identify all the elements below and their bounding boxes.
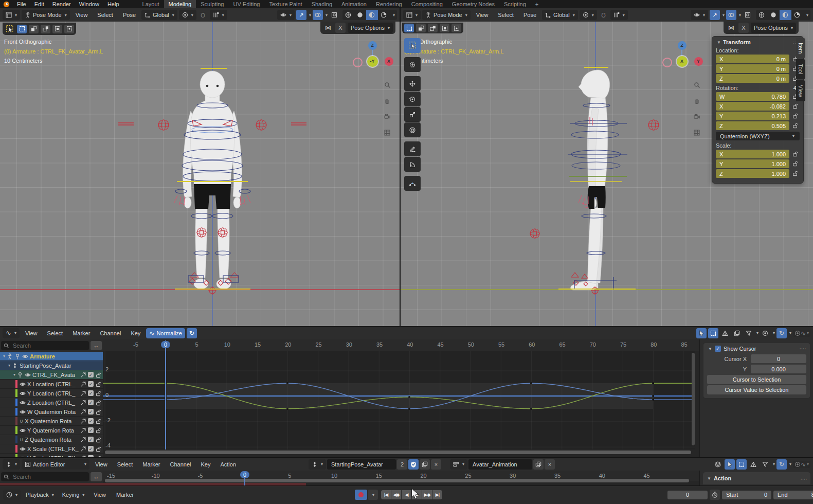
- blender-logo-icon[interactable]: [3, 1, 10, 8]
- channel-row[interactable]: ∪Z Quaternion Rota✓: [0, 435, 103, 444]
- select-mode-extend[interactable]: [416, 24, 426, 32]
- chevron-down-icon[interactable]: ▾: [739, 13, 741, 17]
- enable-checkbox[interactable]: ✓: [88, 381, 94, 387]
- sidebar-tab-tool[interactable]: Tool: [796, 59, 805, 79]
- enable-checkbox[interactable]: ✓: [88, 427, 94, 433]
- playhead-graph[interactable]: [165, 340, 166, 449]
- action-user-count[interactable]: 2: [397, 459, 407, 470]
- modifier-wrench-icon[interactable]: [80, 446, 86, 452]
- workspace-tab-rendering[interactable]: Rendering: [371, 0, 407, 8]
- workspace-tab-shading[interactable]: Shading: [307, 0, 337, 8]
- chevron-down-icon[interactable]: ▾: [756, 331, 758, 335]
- unlink-action-button[interactable]: ×: [431, 459, 441, 470]
- action-panel-header[interactable]: ▼ Action ::::: [703, 472, 810, 484]
- editor-type-select[interactable]: ▾: [403, 10, 421, 20]
- viewport-front-canvas[interactable]: ⋈XPose Options▾Front Orthographic(0) Arm…: [0, 22, 400, 326]
- mirror-x-button[interactable]: X: [738, 23, 749, 33]
- rotation-w-field[interactable]: W0.780: [716, 92, 789, 101]
- track-browse-button[interactable]: ▾: [450, 459, 467, 470]
- workspace-tab-animation[interactable]: Animation: [337, 0, 371, 8]
- normalize-auto-button[interactable]: ↻: [187, 328, 197, 338]
- only-show-errors[interactable]: [748, 459, 758, 470]
- channel-row[interactable]: ▾Armature: [0, 352, 103, 361]
- eye-icon[interactable]: [20, 409, 26, 415]
- graph-vscrollbar[interactable]: [692, 353, 695, 445]
- curve-area[interactable]: 20-2-4: [103, 351, 695, 449]
- modifier-wrench-icon[interactable]: [80, 390, 86, 397]
- topbar-menu-render[interactable]: Render: [48, 1, 75, 7]
- tool-transform-button[interactable]: [404, 122, 421, 137]
- fake-user-toggle[interactable]: [408, 459, 419, 470]
- gizmo-z-ball[interactable]: Z: [678, 41, 686, 50]
- xray-toggle[interactable]: [329, 10, 339, 20]
- dope-menu-select[interactable]: Select: [113, 461, 137, 467]
- modifier-wrench-icon[interactable]: [80, 372, 86, 378]
- editor-type-select[interactable]: ▾: [3, 459, 20, 470]
- select-mode-set[interactable]: [404, 24, 414, 32]
- gizmo-x-ball[interactable]: Y: [694, 57, 703, 66]
- lock-icon[interactable]: [792, 170, 798, 176]
- shading-rendered-button[interactable]: [378, 10, 390, 20]
- mirror-x-button[interactable]: X: [335, 23, 346, 33]
- snap-toggle[interactable]: Ω: [198, 10, 208, 20]
- autokey-options[interactable]: ▾: [368, 490, 378, 500]
- tool-cursor-button[interactable]: [404, 57, 421, 72]
- enable-checkbox[interactable]: ✓: [88, 409, 94, 415]
- gizmo-negx-ball[interactable]: [353, 58, 363, 67]
- channel-row[interactable]: Y Quaternion Rota✓: [0, 426, 103, 435]
- rotation-mode-select[interactable]: Quaternion (WXYZ) ▼: [716, 132, 800, 140]
- panel-collapse-icon[interactable]: ▼: [717, 40, 721, 45]
- action-browse-button[interactable]: ▾: [309, 459, 326, 470]
- auto-snap[interactable]: ↻: [776, 328, 787, 338]
- mode-select[interactable]: Pose Mode▾: [22, 10, 70, 20]
- dope-menu-marker[interactable]: Marker: [138, 461, 164, 467]
- channel-row[interactable]: Z Location (CTRL_✓: [0, 398, 103, 407]
- channel-row[interactable]: Y Location (CTRL_✓: [0, 389, 103, 398]
- object-visibility-select[interactable]: ▾: [691, 10, 708, 20]
- grid-ortho-button[interactable]: [691, 127, 702, 138]
- keying-menu[interactable]: Keying▾: [59, 490, 88, 500]
- chevron-down-icon[interactable]: ▾: [804, 13, 810, 17]
- x-mirror-toggle[interactable]: ⋈: [726, 23, 736, 33]
- pivot-select[interactable]: ▾: [580, 10, 597, 20]
- pose-options-select[interactable]: Pose Options▾: [751, 23, 796, 33]
- topbar-menu-help[interactable]: Help: [103, 1, 123, 7]
- jump-to-start-button[interactable]: |◀: [381, 490, 391, 499]
- xray-toggle[interactable]: [743, 10, 753, 20]
- zoom-button[interactable]: [382, 79, 393, 91]
- viewport-menu-view[interactable]: View: [71, 12, 92, 18]
- dope-menu-action[interactable]: Action: [216, 461, 240, 467]
- filter-toggle-button[interactable]: ↔: [91, 472, 102, 481]
- enable-checkbox[interactable]: ✓: [88, 418, 94, 424]
- shading-solid-button[interactable]: [354, 10, 366, 20]
- gizmo-front-ball[interactable]: -Y: [367, 56, 378, 67]
- graph-menu-marker[interactable]: Marker: [68, 330, 94, 336]
- enable-checkbox[interactable]: ✓: [88, 390, 94, 396]
- start-frame-field[interactable]: Start0: [722, 491, 771, 499]
- select-mode-invert[interactable]: [52, 25, 62, 33]
- enable-checkbox[interactable]: ✓: [88, 437, 94, 442]
- tool-scale-button[interactable]: [404, 107, 421, 122]
- eye-icon[interactable]: [20, 381, 26, 387]
- lock-icon[interactable]: [95, 409, 101, 415]
- shading-wireframe-button[interactable]: [756, 10, 768, 20]
- gizmo-x-ball[interactable]: X: [385, 57, 393, 66]
- graph-hscrollbar[interactable]: [105, 451, 691, 454]
- shading-solid-button[interactable]: [768, 10, 780, 20]
- box-select-mode[interactable]: [708, 328, 718, 338]
- chevron-down-icon[interactable]: ▾: [13, 372, 15, 377]
- dope-search-input[interactable]: [12, 473, 86, 480]
- shading-material-button[interactable]: [366, 10, 378, 20]
- copy-channels[interactable]: [732, 328, 742, 338]
- lock-icon[interactable]: [95, 418, 101, 424]
- play-reverse-button[interactable]: ◀: [402, 490, 411, 499]
- show-overlays-toggle[interactable]: [726, 10, 736, 20]
- chevron-down-icon[interactable]: ▾: [789, 462, 791, 466]
- normalize-toggle[interactable]: ∿Normalize: [146, 328, 185, 338]
- select-mode-subtract[interactable]: [41, 25, 50, 33]
- timeline-menu-view[interactable]: View: [89, 492, 110, 498]
- previous-keyframe-button[interactable]: ◀◆: [391, 490, 401, 499]
- orientation-select[interactable]: Global▾: [542, 10, 578, 20]
- current-frame-field[interactable]: 0: [667, 491, 708, 499]
- action-name-field[interactable]: StartingPose_Avatar: [327, 459, 396, 470]
